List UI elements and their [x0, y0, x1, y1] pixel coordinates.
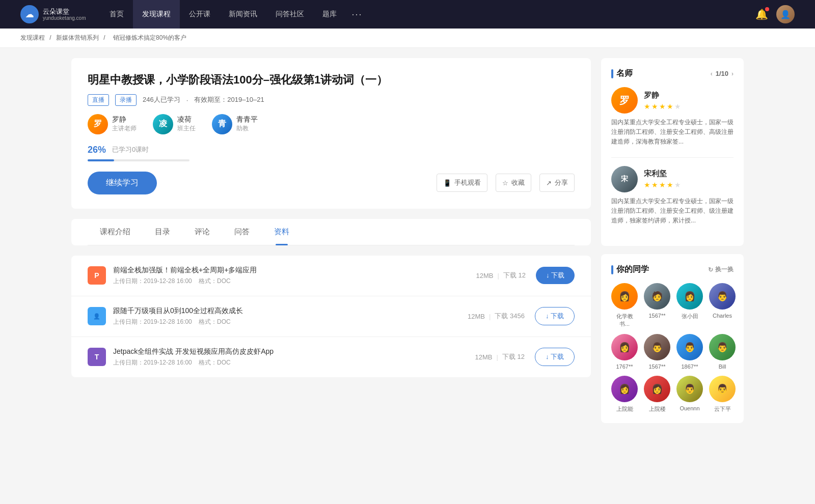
breadcrumb-sep-0: /	[49, 34, 53, 41]
nav-more[interactable]: ···	[346, 0, 369, 29]
download-button-0[interactable]: ↓ 下载	[536, 267, 575, 284]
classmate-8: 👩 上院能	[611, 376, 638, 413]
logo-icon: ☁	[20, 5, 39, 23]
classmates-grid: 👩 化学教书... 🧑 1567** 👩 张小田	[611, 283, 734, 413]
tab-catalog[interactable]: 目录	[143, 219, 182, 245]
resource-list: P 前端全栈加强版！前端全栈+全周期+多端应用 上传日期：2019-12-28 …	[71, 256, 591, 377]
classmate-4: 👩 1767**	[611, 334, 638, 370]
nav-item-home[interactable]: 首页	[100, 0, 133, 29]
classmate-name-9: 上院楼	[649, 405, 666, 413]
teacher-stars-0: ★ ★ ★ ★ ★	[644, 102, 681, 110]
classmate-avatar-5: 👨	[644, 334, 670, 360]
user-avatar[interactable]: 👤	[776, 5, 795, 23]
continue-button[interactable]: 继续学习	[88, 172, 157, 194]
classmate-name-8: 上院能	[616, 405, 633, 413]
teacher-avatar-0: 罗	[611, 87, 638, 114]
resource-info-0: 前端全栈加强版！前端全栈+全周期+多端应用 上传日期：2019-12-28 16…	[113, 266, 476, 286]
classmate-name-11: 云下平	[714, 405, 731, 413]
refresh-label: 换一换	[715, 265, 734, 274]
favorite-label: 收藏	[511, 178, 525, 187]
breadcrumb-link-1[interactable]: 新媒体营销系列	[56, 34, 99, 41]
logo-subtitle: yunduoketang.com	[43, 15, 86, 21]
breadcrumb-link-0[interactable]: 发现课程	[20, 34, 45, 41]
mobile-icon: 📱	[443, 179, 451, 187]
teacher-desc-0: 国内某重点大学安全工程专业硕士，国家一级注册消防工程师、注册安全工程师、高级注册…	[611, 118, 734, 147]
resource-info-2: Jetpack全组件实战 开发短视频应用高仿皮皮虾App 上传日期：2019-1…	[113, 347, 475, 367]
nav-item-news[interactable]: 新闻资讯	[220, 0, 266, 29]
instructor-0: 罗 罗静 主讲老师	[88, 114, 137, 134]
nav-item-qa[interactable]: 问答社区	[266, 0, 313, 29]
progress-section: 26% 已学习0课时	[88, 145, 575, 161]
download-button-2[interactable]: ↓ 下载	[535, 348, 575, 366]
instructor-role-0: 主讲老师	[112, 124, 137, 133]
classmate-avatar-8: 👩	[611, 376, 638, 402]
breadcrumb: 发现课程 / 新媒体营销系列 / 销冠修炼术搞定80%的客户	[0, 29, 815, 48]
left-content: 明星中教授课，小学阶段语法100分–强化级第1讲动词（一） 直播 录播 246人…	[71, 58, 591, 431]
progress-bar-bg	[88, 159, 189, 161]
classmate-11: 👨 云下平	[709, 376, 736, 413]
share-icon: ↗	[546, 179, 552, 187]
teacher-stars-1: ★ ★ ★ ★ ★	[644, 181, 681, 189]
favorite-button[interactable]: ☆ 收藏	[496, 174, 531, 192]
tab-qa[interactable]: 问答	[222, 219, 262, 245]
logo-text-block: 云朵课堂 yunduoketang.com	[43, 8, 86, 21]
breadcrumb-sep-1: /	[103, 34, 107, 41]
classmate-6: 👨 1867**	[676, 334, 703, 370]
classmate-name-10: Ouennn	[680, 405, 699, 411]
tab-intro[interactable]: 课程介绍	[88, 219, 143, 245]
resource-item-1: 👤 跟随千万级项目从0到100全过程高效成长 上传日期：2019-12-28 1…	[71, 296, 591, 337]
nav-item-quiz[interactable]: 题库	[313, 0, 346, 29]
teachers-card: 名师 ‹ 1/10 › 罗 罗静 ★ ★	[601, 58, 744, 246]
teacher-name-1: 宋利坚	[644, 169, 681, 179]
tab-review[interactable]: 评论	[182, 219, 222, 245]
instructor-role-2: 助教	[236, 124, 258, 133]
prev-page-arrow[interactable]: ‹	[711, 70, 713, 77]
classmate-name-3: Charles	[713, 313, 732, 319]
instructor-2: 青 青青平 助教	[212, 114, 258, 134]
classmates-card: 你的同学 ↻ 换一换 👩 化学教书... 🧑 1567**	[601, 254, 744, 423]
instructor-avatar-0: 罗	[88, 114, 108, 134]
download-button-1[interactable]: ↓ 下载	[535, 307, 575, 325]
resource-info-1: 跟随千万级项目从0到100全过程高效成长 上传日期：2019-12-28 16:…	[113, 306, 468, 326]
classmate-avatar-6: 👨	[676, 334, 703, 360]
classmate-0: 👩 化学教书...	[611, 283, 638, 328]
progress-percent: 26%	[88, 145, 106, 155]
star-icon: ☆	[502, 179, 508, 187]
classmate-2: 👩 张小田	[676, 283, 703, 328]
action-buttons: 📱 手机观看 ☆ 收藏 ↗ 分享	[437, 174, 575, 192]
bell-icon[interactable]: 🔔	[755, 8, 768, 20]
resource-stats-1: 12MB | 下载 3456	[468, 312, 525, 321]
tabs-list: 课程介绍 目录 评论 问答 资料	[88, 219, 575, 245]
instructor-avatar-1: 凌	[153, 114, 173, 134]
instructor-1: 凌 凌荷 班主任	[153, 114, 196, 134]
nav-item-opencourse[interactable]: 公开课	[180, 0, 220, 29]
share-button[interactable]: ↗ 分享	[539, 174, 575, 192]
main-container: 明星中教授课，小学阶段语法100分–强化级第1讲动词（一） 直播 录播 246人…	[51, 48, 764, 441]
nav-item-discover[interactable]: 发现课程	[133, 0, 180, 29]
valid-until: 有效期至：2019–10–21	[194, 95, 264, 104]
resource-icon-0: P	[88, 266, 106, 285]
refresh-button[interactable]: ↻ 换一换	[708, 265, 734, 274]
tab-resources[interactable]: 资料	[262, 219, 302, 245]
logo[interactable]: ☁ 云朵课堂 yunduoketang.com	[20, 5, 86, 23]
resource-item-0: P 前端全栈加强版！前端全栈+全周期+多端应用 上传日期：2019-12-28 …	[71, 256, 591, 296]
teacher-avatar-1: 宋	[611, 166, 638, 192]
resource-meta-1: 上传日期：2019-12-28 16:00 格式：DOC	[113, 318, 468, 326]
classmate-name-7: Bill	[719, 363, 726, 370]
right-sidebar: 名师 ‹ 1/10 › 罗 罗静 ★ ★	[601, 58, 744, 431]
mobile-view-button[interactable]: 📱 手机观看	[437, 174, 487, 192]
badge-record: 录播	[115, 94, 137, 106]
classmate-avatar-4: 👩	[611, 334, 638, 360]
classmate-3: 👨 Charles	[709, 283, 736, 328]
course-header-card: 明星中教授课，小学阶段语法100分–强化级第1讲动词（一） 直播 录播 246人…	[71, 58, 591, 209]
mobile-label: 手机观看	[454, 178, 481, 187]
classmate-name-5: 1567**	[648, 363, 665, 370]
teachers-title: 名师 ‹ 1/10 ›	[611, 68, 734, 79]
next-page-arrow[interactable]: ›	[731, 70, 734, 77]
instructor-name-2: 青青平	[236, 115, 258, 124]
badge-live: 直播	[88, 94, 109, 106]
classmate-5: 👨 1567**	[644, 334, 670, 370]
progress-bar-fill	[88, 159, 114, 161]
classmate-avatar-0: 👩	[611, 283, 638, 310]
resource-meta-0: 上传日期：2019-12-28 16:00 格式：DOC	[113, 277, 476, 286]
